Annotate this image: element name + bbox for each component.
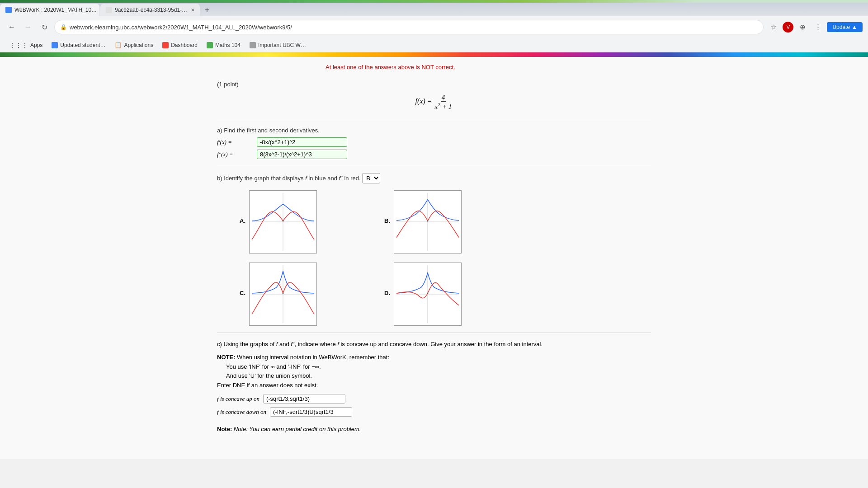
partial-credit-text: Note: You can earn partial credit on thi…: [234, 426, 361, 432]
graph-b-canvas: [394, 190, 462, 253]
tab-1[interactable]: WeBWorK : 2020W1_MATH_10… ✕: [0, 4, 99, 16]
lock-icon: 🔒: [60, 24, 67, 30]
bookmark-3-favicon: [162, 42, 169, 48]
f-double-prime-row: f″(x) = 8(3x^2-1)/(x^2+1)^3: [217, 150, 651, 159]
bookmark-dashboard[interactable]: Dashboard: [159, 41, 201, 50]
url-text: webwork.elearning.ubc.ca/webwork2/2020W1…: [70, 24, 758, 31]
part-a: a) Find the first and second derivatives…: [217, 127, 651, 159]
graph-select-dropdown[interactable]: A B C D: [362, 173, 380, 183]
concave-down-label: f is concave down on: [217, 408, 266, 416]
update-label: Update: [832, 24, 850, 30]
new-tab-button[interactable]: +: [201, 4, 213, 16]
graph-a-label: A.: [240, 190, 245, 224]
error-notice: At least one of the answers above is NOT…: [326, 61, 660, 73]
bookmark-4-favicon: [207, 42, 213, 48]
back-button[interactable]: ←: [5, 21, 18, 33]
tab-2-favicon: [106, 7, 112, 13]
bookmarks-bar: ⋮⋮⋮ Apps Updated student… 📋 Applications…: [0, 38, 868, 52]
svg-point-5: [427, 221, 429, 222]
f-prime-label: f′(x) =: [217, 139, 253, 146]
svg-point-2: [283, 221, 284, 222]
divider-3: [217, 333, 651, 333]
tab-1-label: WeBWorK : 2020W1_MATH_10…: [14, 7, 97, 13]
tab-2-label: 9ac92aab-ec4a-3313-95d1-…: [115, 7, 187, 13]
update-button[interactable]: Update ▲: [827, 22, 863, 32]
apps-label: Apps: [30, 42, 42, 48]
concave-up-input[interactable]: (-sqrt1/3,sqrt1/3): [263, 394, 345, 404]
toolbar: ← → ↻ 🔒 webwork.elearning.ubc.ca/webwork…: [0, 16, 868, 38]
svg-point-8: [283, 293, 284, 294]
divider-2: [217, 166, 651, 166]
bookmark-important-ubc[interactable]: Important UBC W…: [246, 41, 310, 50]
point-label: (1 point): [217, 81, 651, 88]
bookmark-star-button[interactable]: ☆: [767, 21, 780, 33]
bookmark-1-favicon: [52, 42, 58, 48]
part-c-label: c) Using the graphs of f and f″, indicat…: [217, 340, 651, 349]
toolbar-right: ☆ V ⊕ ⋮ Update ▲: [767, 21, 863, 33]
forward-button[interactable]: →: [22, 21, 34, 33]
reload-button[interactable]: ↻: [38, 21, 51, 33]
part-a-label: a) Find the first and second derivatives…: [217, 127, 651, 134]
bookmark-maths104[interactable]: Maths 104: [203, 41, 244, 50]
bookmark-applications[interactable]: 📋 Applications: [111, 40, 157, 50]
concave-up-row: f is concave up on (-sqrt1/3,sqrt1/3): [217, 394, 651, 404]
apps-grid-icon: ⋮⋮⋮: [9, 42, 28, 49]
union-line: And use 'U' for the union symbol.: [226, 371, 312, 381]
divider-1: [217, 120, 651, 120]
graph-item-a: A.: [240, 190, 375, 253]
graphs-grid: A.: [240, 190, 520, 326]
page-content: At least one of the answers above is NOT…: [0, 52, 868, 459]
tab-bar: WeBWorK : 2020W1_MATH_10… ✕ 9ac92aab-ec4…: [0, 0, 868, 16]
part-c: c) Using the graphs of f and f″, indicat…: [217, 340, 651, 417]
bookmark-4-label: Maths 104: [215, 42, 241, 48]
part-a-text: a) Find the first and second derivatives…: [217, 127, 320, 134]
f-prime-input[interactable]: -8x/(x^2+1)^2: [257, 137, 347, 147]
concave-down-input[interactable]: (-INF,-sqrt1/3)U(sqrt1/3: [270, 407, 352, 417]
page-banner: [0, 52, 868, 57]
bookmark-1-label: Updated student…: [60, 42, 105, 48]
more-button[interactable]: ⋮: [811, 21, 824, 33]
tab-2[interactable]: 9ac92aab-ec4a-3313-95d1-… ✕: [100, 4, 200, 16]
part-c-note: NOTE: When using interval notation in We…: [217, 353, 651, 390]
question-block: (1 point) f(x) = 4 x2 + 1 a) Fin: [208, 76, 660, 437]
graph-item-d: D.: [384, 263, 520, 326]
extensions-button[interactable]: ⊕: [796, 21, 809, 33]
note-text: When using interval notation in WeBWorK,…: [235, 354, 389, 361]
browser-chrome: WeBWorK : 2020W1_MATH_10… ✕ 9ac92aab-ec4…: [0, 0, 868, 459]
part-b: b) Identify the graph that displays f in…: [217, 173, 651, 326]
note-prefix: Note:: [217, 426, 232, 432]
dne-line: Enter DNE if an answer does not exist.: [217, 382, 318, 389]
graph-item-c: C.: [240, 263, 375, 326]
concave-down-row: f is concave down on (-INF,-sqrt1/3)U(sq…: [217, 407, 651, 417]
bookmark-5-label: Important UBC W…: [258, 42, 306, 48]
bookmark-2-icon: 📋: [114, 42, 122, 48]
inf-line: You use 'INF' for ∞ and '-INF' for −∞.: [226, 362, 321, 372]
graph-c-canvas: [249, 263, 317, 326]
svg-point-11: [427, 293, 429, 294]
f-double-prime-input[interactable]: 8(3x^2-1)/(x^2+1)^3: [257, 150, 347, 159]
graph-c-label: C.: [240, 263, 245, 296]
graph-a-canvas: [249, 190, 317, 253]
function-display: f(x) = 4 x2 + 1: [217, 93, 651, 111]
apps-bookmark[interactable]: ⋮⋮⋮ Apps: [5, 40, 46, 50]
part-b-label: b) Identify the graph that displays f in…: [217, 173, 651, 183]
partial-credit-note: Note: Note: You can earn partial credit …: [217, 426, 651, 432]
f-double-prime-label: f″(x) =: [217, 151, 253, 158]
note-bold: NOTE:: [217, 354, 235, 361]
graph-b-label: B.: [384, 190, 390, 224]
update-chevron: ▲: [852, 24, 857, 30]
main-content: At least one of the answers above is NOT…: [208, 57, 660, 446]
tab-1-favicon: [5, 7, 12, 13]
bookmark-5-favicon: [250, 42, 256, 48]
bookmark-3-label: Dashboard: [171, 42, 198, 48]
concave-up-label: f is concave up on: [217, 395, 259, 403]
graph-d-label: D.: [384, 263, 390, 296]
bookmark-2-label: Applications: [124, 42, 153, 48]
graph-item-b: B.: [384, 190, 520, 253]
graph-d-canvas: [394, 263, 462, 326]
address-bar[interactable]: 🔒 webwork.elearning.ubc.ca/webwork2/2020…: [54, 20, 764, 34]
f-prime-row: f′(x) = -8x/(x^2+1)^2: [217, 137, 651, 147]
tab-2-close[interactable]: ✕: [191, 7, 195, 13]
bookmark-updated-student[interactable]: Updated student…: [48, 41, 109, 50]
browser-account-button[interactable]: V: [783, 22, 793, 33]
